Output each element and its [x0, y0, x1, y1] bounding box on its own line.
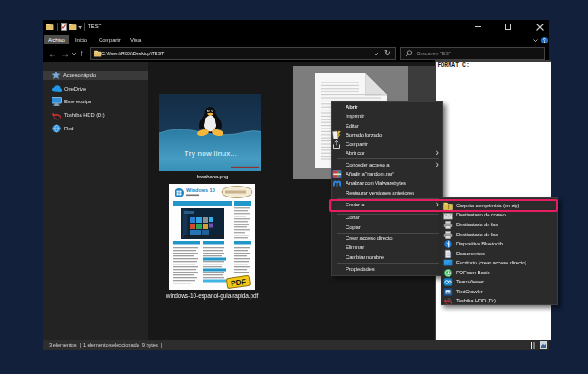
svg-text:Try now linux...: Try now linux... [185, 149, 237, 158]
svg-text:Windows 10: Windows 10 [186, 187, 215, 193]
